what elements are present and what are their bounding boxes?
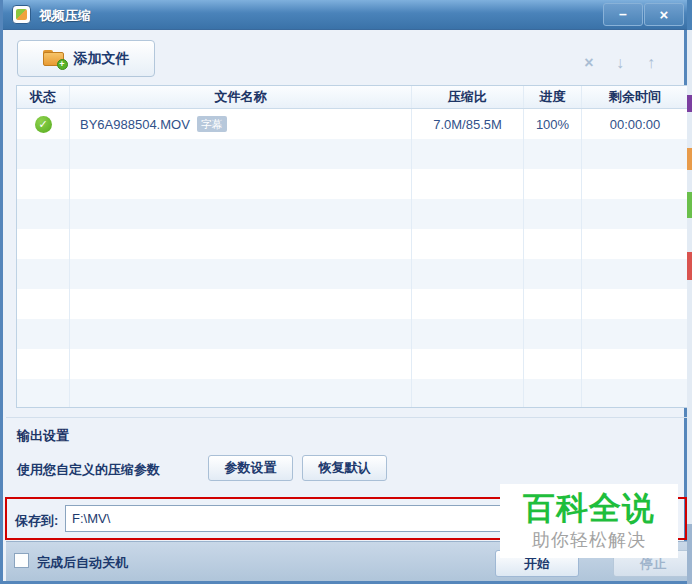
minimize-button[interactable]: – — [603, 3, 643, 26]
close-button[interactable]: × — [644, 3, 684, 26]
empty-cell — [582, 199, 688, 229]
row-filename-cell: BY6A988504.MOV 字幕 — [70, 109, 412, 139]
watermark-subtitle: 助你轻松解决 — [532, 528, 646, 552]
col-progress[interactable]: 进度 — [524, 86, 582, 108]
empty-cell — [412, 349, 524, 379]
remove-file-icon[interactable]: × — [577, 54, 601, 72]
empty-cell — [582, 319, 688, 349]
strip-titlebar-edge — [687, 0, 692, 30]
empty-table-row — [17, 199, 688, 229]
empty-table-row — [17, 289, 688, 319]
row-progress-cell: 100% — [524, 109, 582, 139]
filename-text: BY6A988504.MOV — [80, 117, 190, 132]
output-settings-heading: 输出设置 — [17, 427, 69, 445]
file-table: 状态 文件名称 压缩比 进度 剩余时间 ✓ BY6A988504.MOV 字幕 … — [16, 85, 689, 408]
strip-red-block — [687, 252, 692, 280]
empty-cell — [524, 199, 582, 229]
empty-cell — [17, 139, 70, 169]
row-status-cell: ✓ — [17, 109, 70, 139]
empty-cell — [524, 259, 582, 289]
empty-table-row — [17, 379, 688, 408]
empty-cell — [412, 199, 524, 229]
empty-cell — [17, 319, 70, 349]
empty-table-row — [17, 259, 688, 289]
empty-cell — [412, 139, 524, 169]
empty-cell — [17, 349, 70, 379]
strip-orange-block — [687, 148, 692, 170]
empty-cell — [524, 289, 582, 319]
empty-table-row — [17, 349, 688, 379]
empty-cell — [524, 379, 582, 408]
col-filename[interactable]: 文件名称 — [70, 86, 412, 108]
empty-rows-area — [17, 139, 688, 408]
move-up-icon[interactable]: ↑ — [639, 54, 663, 72]
empty-cell — [582, 289, 688, 319]
empty-cell — [412, 289, 524, 319]
empty-cell — [582, 169, 688, 199]
desktop-background-strip — [687, 0, 692, 584]
col-remaining[interactable]: 剩余时间 — [582, 86, 688, 108]
row-ratio-cell: 7.0M/85.5M — [412, 109, 524, 139]
section-divider — [6, 417, 690, 418]
empty-cell — [17, 289, 70, 319]
empty-cell — [524, 229, 582, 259]
empty-cell — [524, 349, 582, 379]
empty-cell — [70, 139, 412, 169]
empty-cell — [17, 229, 70, 259]
restore-default-button[interactable]: 恢复默认 — [302, 455, 387, 481]
empty-cell — [17, 379, 70, 408]
strip-green-block — [687, 192, 692, 218]
empty-cell — [412, 259, 524, 289]
empty-cell — [582, 349, 688, 379]
row-remaining-cell: 00:00:00 — [582, 109, 688, 139]
param-settings-button[interactable]: 参数设置 — [208, 455, 293, 481]
empty-cell — [70, 199, 412, 229]
add-file-button[interactable]: + 添加文件 — [17, 40, 155, 77]
col-ratio[interactable]: 压缩比 — [412, 86, 524, 108]
subtitle-badge: 字幕 — [197, 116, 227, 132]
empty-table-row — [17, 139, 688, 169]
watermark-card: 百科全说 助你轻松解决 — [500, 484, 678, 558]
status-done-icon: ✓ — [35, 116, 52, 133]
empty-cell — [412, 229, 524, 259]
empty-cell — [524, 319, 582, 349]
empty-cell — [70, 379, 412, 408]
empty-cell — [70, 289, 412, 319]
empty-cell — [17, 259, 70, 289]
empty-cell — [17, 169, 70, 199]
titlebar: 视频压缩 – × — [3, 0, 690, 30]
empty-cell — [17, 199, 70, 229]
add-file-label: 添加文件 — [74, 50, 130, 68]
strip-bottom-block — [687, 524, 692, 584]
empty-cell — [412, 379, 524, 408]
video-compression-window: 视频压缩 – × + 添加文件 × ↓ ↑ 状态 文件名称 压缩比 进度 剩余时… — [0, 0, 687, 584]
empty-cell — [412, 319, 524, 349]
empty-cell — [412, 169, 524, 199]
app-icon — [12, 5, 31, 24]
empty-cell — [70, 229, 412, 259]
empty-cell — [70, 349, 412, 379]
strip-purple-block — [687, 95, 692, 112]
list-tools: × ↓ ↑ — [577, 52, 663, 74]
empty-cell — [524, 139, 582, 169]
empty-cell — [582, 139, 688, 169]
empty-table-row — [17, 319, 688, 349]
empty-cell — [70, 169, 412, 199]
table-header: 状态 文件名称 压缩比 进度 剩余时间 — [17, 86, 688, 109]
watermark-title: 百科全说 — [523, 491, 655, 525]
shutdown-checkbox[interactable] — [14, 553, 29, 568]
shutdown-checkbox-label: 完成后自动关机 — [37, 554, 128, 572]
empty-cell — [70, 259, 412, 289]
folder-add-icon: + — [43, 50, 66, 67]
save-to-label: 保存到: — [15, 512, 58, 530]
empty-cell — [582, 229, 688, 259]
empty-table-row — [17, 229, 688, 259]
empty-cell — [582, 379, 688, 408]
empty-cell — [582, 259, 688, 289]
table-row[interactable]: ✓ BY6A988504.MOV 字幕 7.0M/85.5M 100% 00:0… — [17, 109, 688, 139]
move-down-icon[interactable]: ↓ — [608, 54, 632, 72]
col-status[interactable]: 状态 — [17, 86, 70, 108]
custom-params-label: 使用您自定义的压缩参数 — [17, 461, 160, 479]
empty-cell — [70, 319, 412, 349]
empty-cell — [524, 169, 582, 199]
